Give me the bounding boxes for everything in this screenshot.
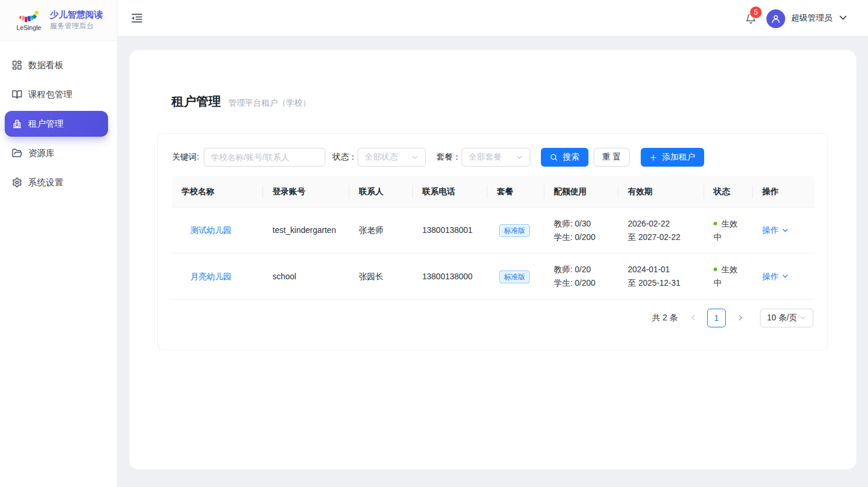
notification-bell-button[interactable]: 5 bbox=[745, 12, 757, 24]
chevron-down-icon bbox=[799, 314, 806, 322]
page-title: 租户管理 bbox=[171, 93, 221, 110]
school-link[interactable]: 测试幼儿园 bbox=[190, 225, 231, 235]
pagination-total: 共 2 条 bbox=[652, 313, 678, 323]
sidebar-item-label: 系统设置 bbox=[28, 177, 63, 188]
status-select-value: 全部状态 bbox=[365, 152, 398, 163]
plus-icon bbox=[650, 154, 657, 161]
col-account: 登录账号 bbox=[263, 176, 349, 208]
pagination: 共 2 条 1 10 条/页 bbox=[172, 309, 813, 327]
search-button[interactable]: 搜索 bbox=[541, 148, 588, 167]
school-link[interactable]: 月亮幼儿园 bbox=[190, 272, 231, 281]
status-cell: 生效中 bbox=[704, 253, 753, 299]
dashboard-icon bbox=[12, 60, 22, 70]
building-icon bbox=[12, 119, 22, 129]
table-row: 测试幼儿园 test_kindergarten 张老师 13800138001 … bbox=[172, 208, 815, 253]
table-header-row: 学校名称 登录账号 联系人 联系电话 套餐 配额使用 有效期 状态 操作 bbox=[172, 176, 815, 208]
search-button-label: 搜索 bbox=[563, 152, 579, 163]
gear-icon bbox=[12, 177, 22, 188]
topbar: 5 超级管理员 bbox=[117, 0, 868, 36]
chevron-down-icon bbox=[782, 273, 789, 280]
chevron-right-icon bbox=[736, 314, 744, 322]
school-cell: 月亮幼儿园 bbox=[172, 253, 263, 299]
chevron-down-icon bbox=[516, 154, 523, 161]
table-panel: 关键词: 状态： 全部状态 套餐： 全部套餐 搜索 bbox=[157, 133, 828, 350]
chevron-down-icon[interactable] bbox=[838, 13, 848, 23]
quota-students: 学生: 0/200 bbox=[554, 231, 609, 244]
brand-title: 少儿智慧阅读 bbox=[50, 9, 103, 20]
plan-tag: 标准版 bbox=[499, 224, 530, 237]
page-size-value: 10 条/页 bbox=[767, 313, 797, 323]
validity-cell: 2026-02-22至 2027-02-22 bbox=[618, 208, 704, 253]
pagination-page-1[interactable]: 1 bbox=[707, 309, 726, 327]
keyword-label: 关键词: bbox=[172, 152, 199, 163]
status-label: 状态： bbox=[332, 152, 357, 163]
action-cell: 操作 bbox=[753, 208, 815, 253]
pagination-next-button[interactable] bbox=[731, 309, 749, 327]
account-cell: test_kindergarten bbox=[263, 208, 349, 253]
quota-cell: 教师: 0/20学生: 0/200 bbox=[544, 253, 618, 299]
quota-cell: 教师: 0/30学生: 0/200 bbox=[544, 208, 618, 253]
book-open-icon bbox=[12, 89, 22, 100]
status-cell: 生效中 bbox=[704, 208, 753, 253]
folder-open-icon bbox=[12, 148, 22, 158]
chevron-down-icon bbox=[411, 154, 419, 161]
main-content: 租户管理 管理平台租户（学校） 关键词: 状态： 全部状态 套餐： 全部套餐 bbox=[117, 36, 868, 487]
validity-end: 至 2025-12-31 bbox=[628, 276, 695, 290]
table-row: 月亮幼儿园 school 张园长 13800138000 标准版 教师: 0/2… bbox=[172, 253, 815, 299]
tenant-table: 学校名称 登录账号 联系人 联系电话 套餐 配额使用 有效期 状态 操作 bbox=[172, 176, 815, 300]
col-quota: 配额使用 bbox=[544, 176, 618, 208]
row-actions-label: 操作 bbox=[762, 270, 779, 283]
status-dot-icon bbox=[714, 222, 717, 225]
user-icon bbox=[771, 13, 781, 24]
row-actions-dropdown[interactable]: 操作 bbox=[762, 270, 789, 283]
validity-start: 2024-01-01 bbox=[628, 263, 695, 276]
page-head: 租户管理 管理平台租户（学校） bbox=[157, 50, 828, 110]
validity-start: 2026-02-22 bbox=[628, 217, 695, 231]
validity-end: 至 2027-02-22 bbox=[628, 231, 695, 244]
brand-logo: LeSingle bbox=[16, 10, 41, 31]
sidebar-item-label: 数据看板 bbox=[28, 60, 63, 71]
chevron-down-icon bbox=[782, 227, 789, 234]
lesingle-logo-icon bbox=[19, 10, 39, 23]
chevron-left-icon bbox=[689, 314, 697, 322]
sidebar-menu: 数据看板 课程包管理 租户管理 资源库 系统设置 bbox=[0, 41, 117, 195]
col-plan: 套餐 bbox=[487, 176, 544, 208]
status-text: 生效中 bbox=[714, 219, 738, 242]
col-contact: 联系人 bbox=[349, 176, 413, 208]
avatar[interactable] bbox=[766, 9, 785, 28]
sidebar-item-tenants[interactable]: 租户管理 bbox=[5, 111, 108, 137]
col-phone: 联系电话 bbox=[413, 176, 487, 208]
sidebar-item-settings[interactable]: 系统设置 bbox=[5, 170, 108, 195]
status-select[interactable]: 全部状态 bbox=[358, 148, 426, 167]
notification-badge: 5 bbox=[750, 6, 762, 18]
quota-teachers: 教师: 0/30 bbox=[554, 217, 609, 231]
pagination-prev-button[interactable] bbox=[684, 309, 702, 327]
col-validity: 有效期 bbox=[618, 176, 704, 208]
col-status: 状态 bbox=[704, 176, 753, 208]
quota-students: 学生: 0/200 bbox=[554, 276, 609, 290]
logo-area: LeSingle 少儿智慧阅读 服务管理后台 bbox=[0, 0, 117, 41]
sidebar-item-label: 资源库 bbox=[28, 148, 55, 159]
contact-cell: 张园长 bbox=[349, 253, 413, 299]
sidebar-item-resources[interactable]: 资源库 bbox=[5, 140, 108, 166]
plan-select[interactable]: 全部套餐 bbox=[462, 148, 530, 167]
add-tenant-button[interactable]: 添加租户 bbox=[641, 148, 704, 167]
topbar-right: 5 超级管理员 bbox=[745, 8, 848, 28]
sidebar-collapse-icon[interactable] bbox=[131, 12, 143, 24]
sidebar-item-dashboard[interactable]: 数据看板 bbox=[5, 52, 108, 78]
plan-label: 套餐： bbox=[436, 152, 461, 163]
page-size-select[interactable]: 10 条/页 bbox=[760, 309, 813, 327]
row-actions-dropdown[interactable]: 操作 bbox=[762, 224, 789, 237]
plan-cell: 标准版 bbox=[487, 208, 544, 253]
reset-button[interactable]: 重 置 bbox=[594, 148, 630, 167]
search-icon bbox=[550, 153, 558, 161]
page-card: 租户管理 管理平台租户（学校） 关键词: 状态： 全部状态 套餐： 全部套餐 bbox=[129, 50, 856, 469]
filter-bar: 关键词: 状态： 全部状态 套餐： 全部套餐 搜索 bbox=[172, 148, 813, 167]
plan-cell: 标准版 bbox=[487, 253, 544, 299]
keyword-input[interactable] bbox=[204, 148, 325, 167]
col-school: 学校名称 bbox=[172, 176, 263, 208]
status-text: 生效中 bbox=[714, 265, 738, 288]
sidebar: LeSingle 少儿智慧阅读 服务管理后台 数据看板 课程包管理 租户管理 bbox=[0, 0, 117, 487]
sidebar-item-course-packages[interactable]: 课程包管理 bbox=[5, 82, 108, 107]
page-subtitle: 管理平台租户（学校） bbox=[228, 98, 311, 109]
